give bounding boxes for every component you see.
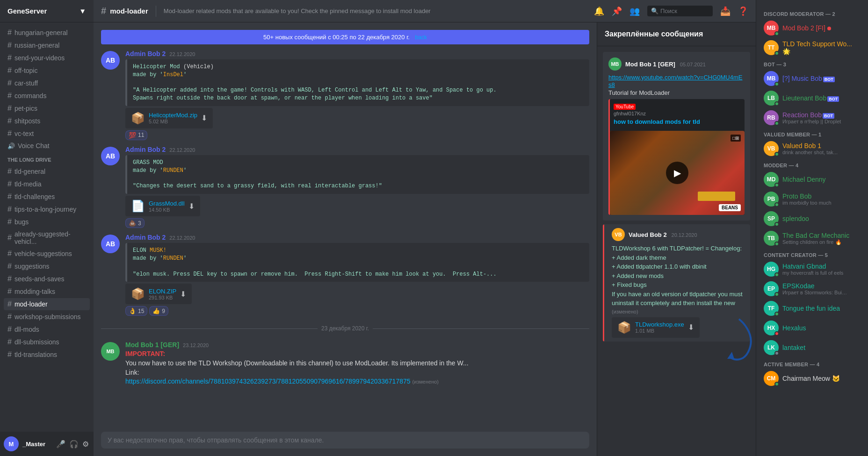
channel-item-suggestions[interactable]: #suggestions [4, 260, 90, 272]
status-indicator [774, 121, 779, 126]
bell-icon[interactable]: 🔔 [594, 6, 604, 16]
download-icon[interactable]: ⬇ [188, 202, 195, 211]
back-link[interactable]: back [415, 34, 427, 41]
hash-icon: # [7, 54, 12, 62]
channel-item-tld-media[interactable]: #tld-media [4, 178, 90, 190]
channel-item-pet-pics[interactable]: #pet-pics [4, 102, 90, 114]
download-icon[interactable]: ⬇ [201, 114, 207, 122]
reaction[interactable]: 💩3 [125, 218, 145, 228]
user-controls: 🎤 🎧 ⚙ [55, 439, 90, 449]
member-name: EPSKodae [782, 282, 861, 290]
download-icon[interactable]: ⬇ [180, 290, 186, 299]
hash-icon: # [7, 325, 12, 334]
channel-item-seeds-and-saves[interactable]: #seeds-and-saves [4, 273, 90, 285]
inbox-icon[interactable]: 📥 [720, 6, 731, 16]
status-indicator [774, 272, 779, 277]
search-bar[interactable]: 🔍 Поиск [647, 6, 713, 16]
server-dropdown-icon[interactable]: ▼ [79, 7, 86, 15]
channel-item-hungarian-general[interactable]: #hungarian-general [4, 27, 90, 39]
member-item[interactable]: LKlantaket [760, 338, 864, 357]
channel-item-dll-mods[interactable]: #dll-mods [4, 323, 90, 335]
member-item[interactable]: SPsplendoo [760, 209, 864, 228]
member-activity: Играет в rr!help || Droplet [782, 119, 848, 124]
reaction[interactable]: 💯11 [125, 130, 147, 140]
pinned-link[interactable]: https://www.youtube.com/watch?v=CHG0MU4m… [608, 74, 742, 88]
hash-icon: # [7, 218, 12, 226]
channel-item-voice-chat[interactable]: 🔊Voice Chat [4, 140, 90, 151]
channel-item-tld-challenges[interactable]: #tld-challenges [4, 191, 90, 203]
channel-item-already-suggested-vehicl[interactable]: #already-suggested-vehicl... [4, 228, 90, 247]
attachment-name[interactable]: GrassMod.dll [149, 200, 185, 207]
member-item[interactable]: PBProto Bobim morbidly too much [760, 190, 864, 208]
member-item[interactable]: LBLieutenant BobBOT [760, 89, 864, 107]
message-group: AB Admin Bob 2 22.12.2020 ELON MUSK! mad… [94, 232, 597, 318]
settings-button[interactable]: ⚙ [81, 439, 90, 449]
channel-label: tld-translations [14, 351, 57, 358]
attachment-icon: 📦 [131, 112, 145, 125]
status-indicator [774, 382, 779, 386]
member-name: Hexalus [782, 324, 861, 332]
member-item[interactable]: MB[?] Music BobBOT [760, 69, 864, 88]
message-link[interactable]: https://discord.com/channels/78810397432… [125, 378, 411, 385]
channel-header: # mod-loader Mod-loader related mods tha… [94, 0, 756, 22]
channel-item-commands[interactable]: #commands [4, 90, 90, 102]
attachment-name[interactable]: TLDworkshop.exe [635, 321, 684, 328]
channel-item-tld-general[interactable]: #tld-general [4, 165, 90, 178]
members-icon[interactable]: 👥 [629, 6, 640, 16]
mute-button[interactable]: 🎤 [55, 439, 66, 449]
channel-item-bugs[interactable]: #bugs [4, 216, 90, 228]
channel-item-tld-translations[interactable]: #tld-translations [4, 349, 90, 361]
bot-badge: BOT [823, 113, 834, 119]
member-item[interactable]: TBThe Bad Car MechanicSetting children o… [760, 229, 864, 248]
pin-icon[interactable]: 📌 [612, 6, 622, 16]
member-item[interactable]: MBMod Bob 2 [FI] [760, 19, 864, 37]
hash-icon: # [7, 79, 12, 87]
avatar: MB [764, 21, 779, 36]
member-item[interactable]: EPEPSKodaeИграет в Stormworks: Build a..… [760, 279, 864, 298]
reaction[interactable]: 👌15 [125, 306, 147, 316]
red-bar [603, 224, 604, 342]
attachment-name[interactable]: ELON.ZIP [149, 288, 176, 295]
channel-item-modding-talks[interactable]: #modding-talks [4, 285, 90, 298]
reaction[interactable]: 👍9 [149, 306, 168, 316]
channel-section-section-the-long-drive[interactable]: THE LONG DRIVE [4, 155, 90, 164]
member-item[interactable]: CMChairman Meow 🐱 [760, 369, 864, 388]
video-thumbnail[interactable]: BEANS ▶ □⊞ [610, 131, 745, 215]
member-item[interactable]: TFTongue the fun idea [760, 299, 864, 318]
channel-item-off-topic[interactable]: #off-topic [4, 64, 90, 77]
attachment-name[interactable]: HelicopterMod.zip [149, 112, 197, 119]
help-icon[interactable]: ❓ [738, 6, 748, 16]
channel-item-mod-loader[interactable]: #mod-loader [4, 298, 90, 310]
channel-item-send-your-videos[interactable]: #send-your-videos [4, 52, 90, 64]
member-item[interactable]: RBReaction BobBOTИграет в rr!help || Dro… [760, 108, 864, 127]
deafen-button[interactable]: 🎧 [68, 439, 80, 449]
member-activity: my hovercraft is full of eels [782, 270, 848, 276]
status-indicator [774, 222, 779, 227]
member-item[interactable]: HXHexalus [760, 319, 864, 337]
channel-item-russian-general[interactable]: #russian-general [4, 39, 90, 51]
channel-item-tips-to-a-long-journey[interactable]: #tips-to-a-long-journey [4, 203, 90, 215]
member-name: Michael Denny [782, 176, 861, 183]
play-button[interactable]: ▶ [666, 162, 688, 184]
hash-icon: # [7, 262, 12, 271]
hash-icon: # [7, 41, 12, 50]
member-item[interactable]: VBValued Bob 1drink another shot, tak... [760, 139, 864, 158]
member-item[interactable]: TTTLD Tech Support Wo... 🌟 [760, 38, 864, 57]
hash-icon: # [7, 234, 12, 242]
server-header[interactable]: GeneServer ▼ [0, 0, 94, 22]
avatar: EP [764, 281, 779, 296]
channel-item-shitposts[interactable]: #shitposts [4, 115, 90, 127]
download-icon[interactable]: ⬇ [688, 323, 694, 332]
youtube-badge: YouTube [614, 104, 636, 110]
channel-item-vc-text[interactable]: #vc-text [4, 128, 90, 140]
member-name: lantaket [782, 344, 861, 351]
channel-item-car-stuff[interactable]: #car-stuff [4, 77, 90, 89]
video-embed: YouTube gfnhwl017Knz how to download mod… [608, 99, 745, 215]
channel-item-workshop-submissions[interactable]: #workshop-submissions [4, 311, 90, 323]
member-item[interactable]: HGHatvani Gbnadmy hovercraft is full of … [760, 260, 864, 278]
channel-item-vehicle-suggestions[interactable]: #vehicle-suggestions [4, 248, 90, 260]
channel-label: suggestions [14, 263, 50, 270]
member-item[interactable]: MDMichael Denny [760, 170, 864, 189]
attachment-icon: 📦 [617, 321, 631, 334]
channel-item-dll-submissions[interactable]: #dll-submissions [4, 336, 90, 348]
